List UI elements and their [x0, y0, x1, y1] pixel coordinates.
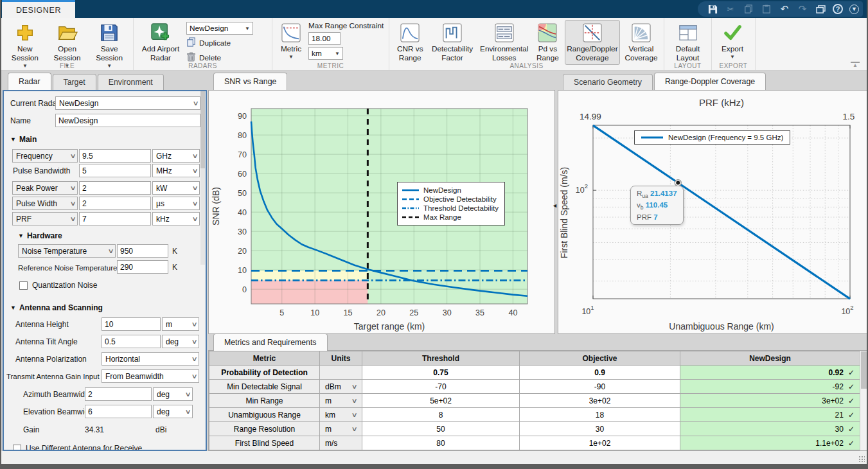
threshold-cell[interactable]: 50: [362, 422, 520, 436]
threshold-cell[interactable]: -70: [362, 380, 520, 394]
tab-environment[interactable]: Environment: [98, 74, 164, 90]
tab-metrics-and-requirements[interactable]: Metrics and Requirements: [213, 333, 328, 351]
section-antenna-label: Antenna and Scanning: [19, 303, 103, 312]
metric-units-cell[interactable]: km∨: [320, 408, 362, 422]
objective-cell[interactable]: 1e+02: [520, 436, 680, 450]
environmental-losses-button[interactable]: Environmental Losses: [478, 20, 531, 65]
range-doppler-chart[interactable]: 101102102 PRF (kHz) 14.99 1.5 Unambiguou…: [558, 91, 867, 333]
help-icon[interactable]: ?: [833, 4, 843, 14]
frequency-input[interactable]: [79, 149, 151, 163]
section-antenna[interactable]: ▼Antenna and Scanning: [10, 301, 103, 315]
prf-unit-dropdown[interactable]: kHz∨: [152, 212, 200, 226]
paste-icon[interactable]: [761, 3, 772, 15]
metrics-table-scrollbar[interactable]: [860, 351, 867, 451]
objective-cell[interactable]: 30: [520, 422, 680, 436]
pulse-width-selector-dropdown[interactable]: Pulse Width∨: [12, 197, 78, 210]
add-airport-radar-button[interactable]: Add Airport Radar: [137, 20, 184, 65]
threshold-cell[interactable]: 8: [362, 408, 520, 422]
name-input[interactable]: [55, 114, 200, 127]
elevation-beamwidth-unit-dropdown[interactable]: deg∨: [153, 405, 193, 418]
pass-check-icon: ✓: [848, 396, 855, 405]
resize-grip[interactable]: [858, 456, 865, 462]
max-range-unit-dropdown[interactable]: km ▼: [308, 47, 343, 60]
section-main[interactable]: ▼Main: [10, 132, 37, 146]
undo-icon[interactable]: ↶: [779, 3, 790, 15]
peak-power-selector-dropdown[interactable]: Peak Power∨: [12, 181, 78, 195]
transmit-antenna-gain-input-dropdown[interactable]: From Beamwidth∨: [102, 369, 199, 383]
antenna-height-unit-dropdown[interactable]: m∨: [162, 317, 199, 331]
duplicate-label: Duplicate: [199, 39, 231, 48]
peak-power-input[interactable]: [79, 181, 151, 195]
threshold-cell[interactable]: 5e+02: [362, 394, 520, 408]
column-header-objective[interactable]: Objective: [520, 351, 680, 366]
pulse-bandwidth-unit-dropdown[interactable]: MHz∨: [152, 164, 200, 177]
default-layout-button[interactable]: Default Layout: [668, 20, 707, 65]
antenna-tilt-angle-label: Antenna Tilt Angle: [15, 337, 78, 346]
export-button[interactable]: Export ▼: [716, 20, 749, 62]
detectability-factor-button[interactable]: Detectability Factor: [430, 20, 475, 65]
svg-text:10: 10: [310, 308, 319, 317]
reference-noise-temperature-input[interactable]: [117, 260, 168, 274]
metric-units-cell[interactable]: m∨: [320, 422, 362, 436]
column-header-threshold[interactable]: Threshold: [362, 351, 520, 366]
objective-cell[interactable]: -90: [520, 380, 680, 394]
column-header-metric[interactable]: Metric: [209, 351, 320, 366]
redo-icon[interactable]: ↷: [797, 3, 808, 15]
objective-cell[interactable]: 3e+02: [520, 394, 680, 408]
vertical-coverage-button[interactable]: Vertical Coverage: [623, 20, 660, 65]
window-layout-icon[interactable]: [815, 3, 826, 15]
tab-range-doppler-coverage[interactable]: Range-Doppler Coverage: [654, 73, 766, 90]
design-selector-dropdown[interactable]: NewDesign ▼: [186, 22, 253, 35]
azimuth-beamwidth-input[interactable]: [85, 387, 152, 401]
metric-units-cell[interactable]: dBm∨: [320, 380, 362, 394]
range-doppler-coverage-button[interactable]: Range/Doppler Coverage: [565, 20, 620, 65]
noise-temperature-selector-dropdown[interactable]: Noise Temperature∨: [18, 244, 116, 258]
threshold-cell[interactable]: 80: [362, 436, 520, 450]
ribbon-section-file-label: FILE: [1, 62, 133, 69]
metric-units-cell[interactable]: m∨: [320, 394, 362, 408]
objective-cell[interactable]: 18: [520, 408, 680, 422]
save-icon[interactable]: [707, 3, 718, 15]
quantization-noise-checkbox[interactable]: Quantization Noise: [19, 278, 97, 292]
prf-input[interactable]: [79, 212, 151, 226]
pulse-width-unit-dropdown[interactable]: µs∨: [152, 197, 200, 210]
column-header-units[interactable]: Units: [320, 351, 362, 366]
pd-vs-range-button[interactable]: Pd vs Range: [533, 20, 562, 65]
metric-button[interactable]: Metric ▼: [276, 20, 306, 62]
tab-target[interactable]: Target: [53, 74, 96, 90]
left-panel-scrollbar[interactable]: [200, 91, 205, 265]
frequency-unit-dropdown[interactable]: GHz∨: [152, 149, 200, 163]
max-range-constraint-input[interactable]: [308, 32, 341, 45]
objective-cell[interactable]: 0.9: [520, 366, 680, 380]
cut-icon[interactable]: ✂: [725, 3, 736, 15]
prf-selector-dropdown[interactable]: PRF∨: [12, 212, 78, 226]
tab-radar[interactable]: Radar: [8, 73, 51, 90]
column-header-newdesign[interactable]: NewDesign: [680, 351, 860, 366]
cnr-vs-range-button[interactable]: CNR vs Range: [393, 20, 427, 65]
copy-icon[interactable]: [743, 3, 754, 15]
section-hardware[interactable]: ▼Hardware: [18, 229, 62, 243]
azimuth-beamwidth-unit-dropdown[interactable]: deg∨: [153, 387, 193, 401]
noise-temperature-input[interactable]: [117, 244, 168, 258]
elevation-beamwidth-input[interactable]: [85, 405, 152, 418]
ribbon-tab-designer[interactable]: DESIGNER: [2, 0, 75, 18]
antenna-tilt-angle-unit-dropdown[interactable]: deg∨: [162, 335, 199, 348]
antenna-tilt-angle-input[interactable]: [102, 335, 161, 348]
peak-power-unit-dropdown[interactable]: kW∨: [152, 181, 200, 195]
duplicate-button[interactable]: Duplicate: [186, 37, 253, 49]
use-different-antenna-checkbox[interactable]: Use Different Antenna for Receive: [13, 441, 142, 451]
collapse-ribbon-button[interactable]: ▲: [850, 62, 860, 67]
pulse-bandwidth-input[interactable]: [79, 164, 151, 177]
checkbox-icon: [19, 281, 28, 290]
antenna-polarization-dropdown[interactable]: Horizontal∨: [102, 352, 199, 366]
threshold-cell[interactable]: 0.75: [362, 366, 520, 380]
frequency-selector-dropdown[interactable]: Frequency∨: [12, 149, 78, 163]
antenna-height-input[interactable]: [102, 317, 161, 331]
panel-splitter-handle[interactable]: ◄: [552, 202, 556, 209]
tab-snr-vs-range[interactable]: SNR vs Range: [213, 73, 287, 90]
titlebar-menu-chevron-icon[interactable]: ▼: [849, 4, 859, 14]
legend-entry-newdesign: NewDesign: [423, 186, 461, 194]
pulse-width-input[interactable]: [79, 197, 151, 210]
current-radar-dropdown[interactable]: NewDesign∨: [55, 96, 200, 110]
tab-scenario-geometry[interactable]: Scenario Geometry: [563, 74, 653, 90]
